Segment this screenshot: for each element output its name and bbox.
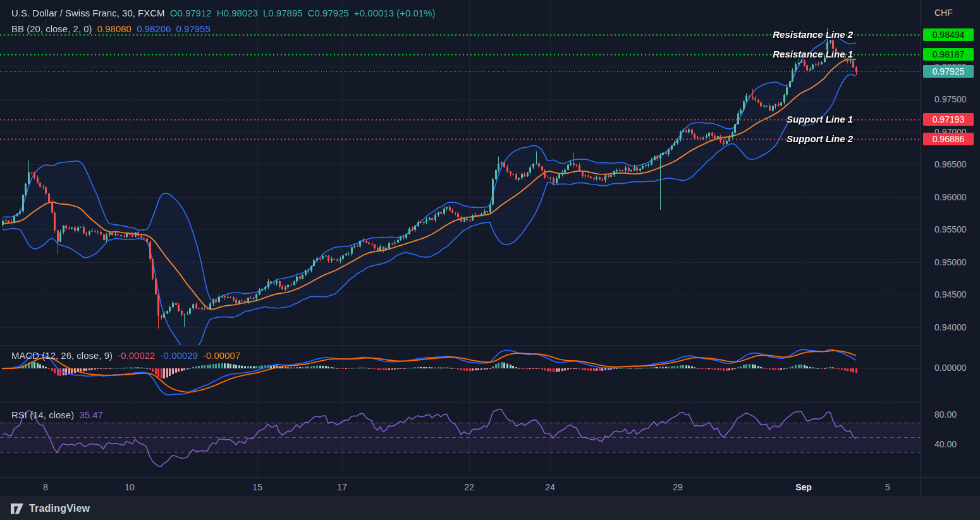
symbol-title: U.S. Dollar / Swiss Franc, 30, FXCM	[11, 8, 165, 18]
resistance-price-badge: 0.98187	[923, 48, 974, 61]
price-tick-label: 0.97500	[934, 94, 967, 104]
price-axis[interactable]: CHF 0.985000.980000.975000.970000.965000…	[920, 0, 980, 477]
time-tick-label: 17	[337, 482, 347, 492]
support-price-badge: 0.97193	[923, 113, 974, 126]
ohlc-open: O0.97912	[170, 8, 212, 18]
time-tick-label: 5	[885, 482, 890, 492]
ohlc-low: L0.97895	[263, 8, 303, 18]
macd-histogram-value: -0.00022	[118, 350, 155, 361]
price-tick-label: 0.95000	[934, 257, 967, 267]
price-tick-label: 0.96500	[934, 159, 967, 169]
ohlc-high: H0.98023	[217, 8, 258, 18]
time-axis[interactable]: 8101517222429Sep5	[0, 477, 920, 497]
rsi-label: RSI (14, close)	[11, 409, 74, 420]
brand-name[interactable]: TradingView	[29, 503, 90, 514]
bollinger-legend: BB (20, close, 2, 0) 0.98080 0.98206 0.9…	[11, 23, 213, 34]
macd-legend: MACD (12, 26, close, 9) -0.00022 -0.0002…	[11, 350, 243, 361]
time-tick-label: 22	[464, 482, 474, 492]
time-tick-label: 10	[125, 482, 135, 492]
macd-signal-value: -0.00007	[203, 350, 240, 361]
symbol-legend: U.S. Dollar / Swiss Franc, 30, FXCM O0.9…	[11, 8, 438, 18]
macd-line-value: -0.00029	[161, 350, 198, 361]
support-line-2-label: Support Line 2	[787, 133, 853, 145]
resistance-line-2-label: Resistance Line 2	[773, 28, 853, 41]
macd-label: MACD (12, 26, close, 9)	[11, 350, 113, 361]
price-tick-label: 0.96000	[934, 192, 967, 202]
time-axis-corner	[920, 477, 980, 497]
last-price-badge: 0.97925	[923, 65, 974, 78]
price-tick-label: 0.94500	[934, 289, 967, 299]
resistance-price-badge: 0.98494	[923, 28, 974, 41]
time-tick-label: 29	[673, 482, 683, 492]
currency-label: CHF	[934, 8, 953, 18]
macd-tick-label: 0.00000	[934, 363, 967, 373]
rsi-legend: RSI (14, close) 35.47	[11, 409, 106, 420]
chart-canvas[interactable]	[0, 0, 920, 477]
rsi-tick-label: 80.00	[934, 409, 957, 420]
time-tick-label: 24	[545, 482, 555, 492]
time-tick-label: 15	[252, 482, 262, 492]
time-tick-label: 8	[43, 482, 48, 492]
trading-chart-app: U.S. Dollar / Swiss Franc, 30, FXCM O0.9…	[0, 0, 980, 520]
bollinger-basis-value: 0.98080	[97, 23, 132, 34]
ohlc-close: C0.97925	[308, 8, 349, 18]
bollinger-label: BB (20, close, 2, 0)	[11, 23, 92, 34]
rsi-value: 35.47	[79, 409, 103, 420]
support-price-badge: 0.96886	[923, 133, 974, 145]
rsi-tick-label: 40.00	[934, 439, 957, 449]
tradingview-logo-icon[interactable]	[10, 502, 24, 515]
time-tick-label: Sep	[795, 482, 812, 492]
chart-region[interactable]: U.S. Dollar / Swiss Franc, 30, FXCM O0.9…	[0, 0, 920, 477]
resistance-line-1-label: Resistance Line 1	[773, 48, 853, 61]
support-line-1-label: Support Line 1	[787, 113, 853, 126]
price-tick-label: 0.94000	[934, 322, 967, 332]
bollinger-lower-value: 0.97955	[176, 23, 211, 34]
price-tick-label: 0.95500	[934, 224, 967, 234]
footer-bar: TradingView	[0, 497, 980, 520]
bollinger-upper-value: 0.98206	[137, 23, 171, 34]
price-change: +0.00013 (+0.01%)	[354, 8, 435, 18]
